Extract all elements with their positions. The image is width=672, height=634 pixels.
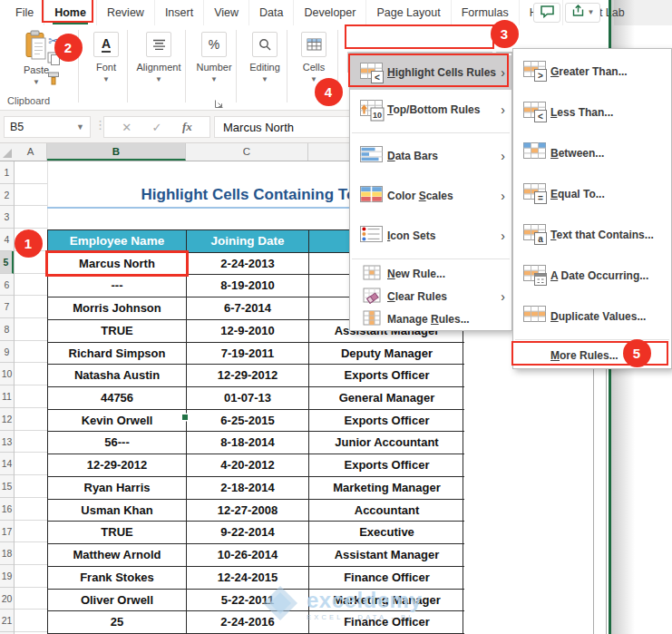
fill-handle[interactable] [182,415,188,420]
row-header-1[interactable]: 1 [0,161,14,184]
cell-r18c4[interactable]: Assistant Manager [309,544,464,567]
cell-r19c3[interactable]: 12-24-2015 [187,567,309,590]
comments-button[interactable] [533,3,560,23]
row-header-5[interactable]: 5 [0,251,14,274]
cancel-entry-icon[interactable]: ✕ [122,121,131,134]
column-header-C[interactable]: C [186,143,308,161]
menu-item-duplicate-values[interactable]: Duplicate Values... [513,296,671,337]
row-header-19[interactable]: 19 [0,565,14,588]
cut-icon[interactable]: ✂ [48,33,59,49]
menu-item-highlight-cells-rules[interactable]: <Highlight Cells Rules› [350,55,511,90]
cell-r15c3[interactable]: 2-18-2014 [187,477,309,500]
cell-r9c4[interactable]: Deputy Manager [309,343,464,366]
menu-item-clear-rules[interactable]: Clear Rules› [350,285,511,307]
ribbon-group-number[interactable]: %Number▼ [186,32,242,83]
cell-r14c4[interactable]: Exports Officer [309,454,464,477]
cell-r19c4[interactable]: Finance Officer [309,567,464,590]
cell-r18c2[interactable]: Matthew Arnold [48,544,187,567]
cell-r6c3[interactable]: 8-19-2010 [187,275,309,297]
cell-r11c3[interactable]: 01-07-13 [187,387,309,410]
cell-r8c2[interactable]: TRUE [48,320,187,343]
menu-item-icon-sets[interactable]: Icon Sets› [350,216,511,256]
cell-r6c2[interactable]: --- [48,275,187,297]
cell-r16c2[interactable]: Usman Khan [48,500,187,522]
row-header-9[interactable]: 9 [0,341,14,364]
cell-r21c3[interactable]: 2-24-2016 [187,611,309,634]
menu-item-equal-to[interactable]: =Equal To... [513,173,671,214]
tab-insert[interactable]: Insert [154,0,203,25]
menu-item-a-date-occurring[interactable]: A Date Occurring... [513,255,671,296]
table-header-1[interactable]: Employee Name [48,230,187,253]
cell-r10c4[interactable]: Exports Officer [309,365,464,387]
menu-item-new-rule[interactable]: New Rule... [350,262,511,285]
row-header-14[interactable]: 14 [0,453,14,475]
cell-r11c4[interactable]: General Manager [309,387,464,410]
cell-r12c2[interactable]: Kevin Orwell [48,410,187,433]
row-header-12[interactable]: 12 [0,408,14,431]
cell-r17c3[interactable]: 9-22-2014 [187,522,309,544]
ribbon-group-font[interactable]: AFont▼ [78,32,134,83]
cell-r9c2[interactable]: Richard Simpson [48,343,187,366]
row-header-4[interactable]: 4 [0,229,14,251]
row-header-6[interactable]: 6 [0,274,14,297]
row-header-18[interactable]: 18 [0,542,14,565]
tab-home[interactable]: Home [44,0,96,25]
menu-item-top-bottom-rules[interactable]: 10Top/Bottom Rules› [350,90,511,130]
cell-r17c4[interactable]: Executive [309,522,464,544]
tab-formulas[interactable]: Formulas [451,0,519,25]
cell-r13c4[interactable]: Junior Accountant [309,432,464,454]
menu-item-manage-rules[interactable]: Manage Rules... [350,307,511,330]
cell-r13c2[interactable]: 56--- [48,432,187,454]
column-header-B[interactable]: B [47,143,186,161]
cell-r11c2[interactable]: 44756 [48,387,187,410]
cell-r16c3[interactable]: 12-27-2008 [187,500,309,522]
cell-r16c4[interactable]: Accountant [309,500,464,522]
tab-page-layout[interactable]: Page Layout [365,0,450,25]
tab-review[interactable]: Review [96,0,154,25]
cell-r20c3[interactable]: 5-22-2011 [187,590,309,612]
cell-r21c2[interactable]: 25 [48,611,187,634]
cell-r8c3[interactable]: 12-9-2010 [187,320,309,343]
cell-r9c3[interactable]: 7-19-2011 [187,343,309,366]
tab-view[interactable]: View [203,0,248,25]
share-button[interactable]: ▼ [565,3,600,23]
row-header-21[interactable]: 21 [0,610,14,632]
row-header-13[interactable]: 13 [0,431,14,454]
column-header-A[interactable]: A [15,143,47,161]
confirm-entry-icon[interactable]: ✓ [152,121,162,134]
row-header-8[interactable]: 8 [0,318,14,341]
select-all-corner[interactable] [3,149,12,158]
cell-r7c3[interactable]: 6-7-2014 [187,297,309,320]
cell-r14c2[interactable]: 12-29-2012 [48,454,187,477]
table-header-2[interactable]: Joining Date [187,230,309,253]
menu-item-less-than[interactable]: <Less Than... [513,92,671,132]
cell-r21c4[interactable]: Finance Officer [309,611,464,634]
cell-r19c2[interactable]: Frank Stokes [48,567,187,590]
menu-item-more-rules[interactable]: More Rules... [513,343,671,368]
cell-r18c3[interactable]: 10-26-2014 [187,544,309,567]
cell-r10c2[interactable]: Natasha Austin [48,365,187,387]
insert-function-icon[interactable]: fx [182,120,192,134]
cell-r13c3[interactable]: 8-18-2014 [187,432,309,454]
ribbon-group-cells[interactable]: Cells▼ [286,32,342,83]
cell-r17c2[interactable]: TRUE [48,522,187,544]
row-header-7[interactable]: 7 [0,296,14,318]
row-header-10[interactable]: 10 [0,363,14,385]
format-painter-icon[interactable] [47,72,60,89]
menu-item-greater-than[interactable]: >Greater Than... [513,51,671,92]
row-header-17[interactable]: 17 [0,521,14,543]
cell-r20c2[interactable]: Oliver Orwell [48,590,187,612]
row-header-11[interactable]: 11 [0,385,14,408]
ribbon-group-alignment[interactable]: Alignment▼ [131,32,187,83]
tab-developer[interactable]: Developer [293,0,365,25]
name-box[interactable]: B5 ▼ [4,116,91,138]
menu-item-between[interactable]: Between... [513,132,671,173]
cell-r14c3[interactable]: 4-20-2012 [187,454,309,477]
cell-r5c3[interactable]: 2-24-2013 [187,253,309,276]
tab-data[interactable]: Data [248,0,293,25]
cell-r15c4[interactable]: Marketing Manager [309,477,464,500]
menu-item-color-scales[interactable]: Color Scales› [350,176,511,216]
cell-r15c2[interactable]: Ryan Harris [48,477,187,500]
row-header-20[interactable]: 20 [0,588,14,610]
row-header-15[interactable]: 15 [0,475,14,498]
